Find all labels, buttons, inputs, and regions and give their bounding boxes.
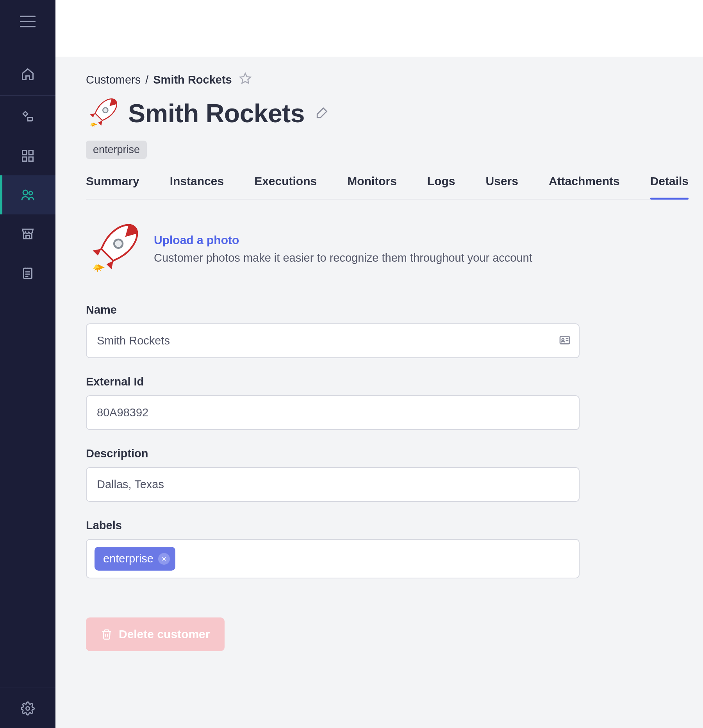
svg-point-9: [103, 108, 108, 113]
svg-point-5: [29, 191, 32, 195]
home-icon: [21, 67, 35, 81]
tab-executions[interactable]: Executions: [254, 175, 317, 199]
external-id-input[interactable]: [86, 395, 580, 430]
tab-logs[interactable]: Logs: [427, 175, 455, 199]
breadcrumb-parent[interactable]: Customers: [86, 73, 141, 86]
name-input[interactable]: [86, 323, 580, 358]
id-card-icon: [558, 334, 571, 348]
gear-icon: [21, 701, 35, 716]
trash-icon: [101, 628, 112, 640]
tab-attachments[interactable]: Attachments: [549, 175, 620, 199]
tab-monitors[interactable]: Monitors: [347, 175, 397, 199]
favorite-button[interactable]: [239, 72, 252, 87]
menu-toggle-button[interactable]: [20, 16, 36, 27]
page-title: Smith Rockets: [128, 98, 305, 128]
name-label: Name: [86, 303, 580, 316]
rocket-icon: [86, 97, 119, 130]
svg-point-4: [23, 190, 28, 195]
description-input[interactable]: [86, 467, 580, 502]
description-label: Description: [86, 447, 580, 460]
tab-instances[interactable]: Instances: [170, 175, 224, 199]
nav-marketplace[interactable]: [0, 214, 55, 253]
customer-tag: enterprise: [86, 141, 147, 159]
nav-logs[interactable]: [0, 253, 55, 293]
topbar: [55, 0, 703, 57]
marketplace-icon: [21, 227, 35, 241]
close-icon: [161, 556, 167, 562]
delete-customer-label: Delete customer: [119, 628, 210, 641]
logs-icon: [21, 266, 35, 280]
sidebar: [0, 0, 55, 728]
nav-grid[interactable]: [0, 136, 55, 175]
breadcrumb-separator: /: [145, 73, 148, 86]
grid-icon: [21, 149, 35, 163]
upload-photo-description: Customer photos make it easier to recogn…: [154, 252, 532, 264]
page-title-row: Smith Rockets: [86, 97, 689, 130]
nav-settings[interactable]: [0, 689, 55, 728]
tab-summary[interactable]: Summary: [86, 175, 139, 199]
photo-upload-section: Upload a photo Customer photos make it e…: [86, 221, 689, 276]
svg-point-10: [114, 239, 123, 248]
star-icon: [239, 72, 252, 85]
components-icon: [21, 110, 35, 124]
svg-rect-3: [29, 157, 33, 161]
customers-icon: [21, 188, 35, 202]
breadcrumb-current: Smith Rockets: [153, 73, 232, 86]
nav-components[interactable]: [0, 97, 55, 136]
svg-point-7: [26, 707, 30, 710]
svg-rect-0: [23, 151, 27, 155]
tab-users[interactable]: Users: [486, 175, 518, 199]
external-id-label: External Id: [86, 375, 580, 388]
svg-rect-1: [29, 151, 33, 155]
label-chip: enterprise: [95, 547, 175, 571]
upload-photo-link[interactable]: Upload a photo: [154, 234, 532, 247]
label-chip-remove[interactable]: [158, 553, 170, 565]
svg-rect-2: [23, 157, 27, 161]
label-chip-text: enterprise: [103, 552, 153, 565]
rocket-icon: [86, 221, 141, 276]
nav-home[interactable]: [0, 55, 55, 94]
nav-customers[interactable]: [0, 175, 55, 214]
tab-details[interactable]: Details: [650, 175, 689, 199]
svg-marker-8: [240, 73, 250, 83]
labels-input[interactable]: enterprise: [86, 539, 580, 578]
pencil-icon: [316, 106, 329, 119]
delete-customer-button[interactable]: Delete customer: [86, 617, 225, 651]
tabs: SummaryInstancesExecutionsMonitorsLogsUs…: [86, 175, 689, 200]
labels-label: Labels: [86, 519, 580, 532]
edit-title-button[interactable]: [316, 106, 329, 121]
breadcrumb: Customers / Smith Rockets: [86, 72, 689, 87]
svg-point-12: [562, 339, 564, 341]
